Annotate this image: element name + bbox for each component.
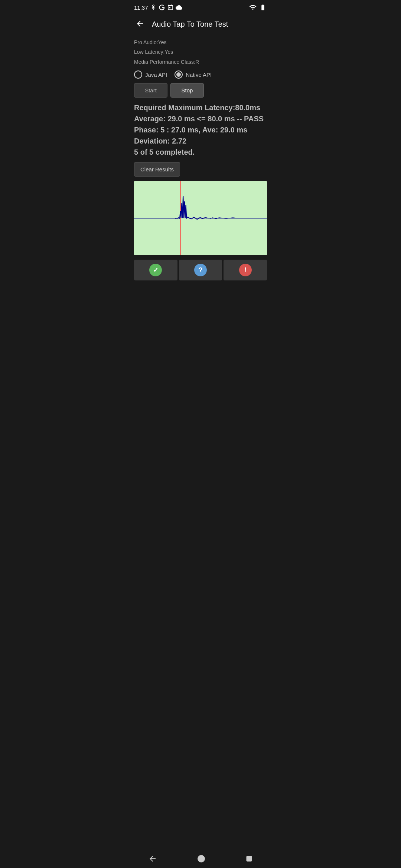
java-api-radio[interactable]: Java API [134, 70, 167, 79]
low-latency-info: Low Latency:Yes [134, 48, 267, 56]
java-api-radio-circle [134, 70, 142, 79]
result-line-4: Deviation: 2.72 [134, 135, 267, 147]
results-block: Required Maximum Latency:80.0ms Average:… [134, 102, 267, 158]
api-selector: Java API Native API [134, 70, 267, 79]
stop-button[interactable]: Stop [170, 83, 204, 98]
action-buttons: ✓ ? ! [134, 260, 267, 280]
page-title: Audio Tap To Tone Test [152, 20, 228, 29]
battery-icon [259, 4, 267, 11]
media-performance-info: Media Performance Class:R [134, 58, 267, 66]
fail-button[interactable]: ! [224, 260, 267, 280]
status-time: 11:37 [134, 4, 148, 11]
unknown-button[interactable]: ? [179, 260, 222, 280]
status-left-icons: 11:37 [134, 4, 182, 11]
java-api-label: Java API [145, 72, 167, 78]
native-api-radio-circle [175, 70, 183, 79]
result-line-1: Required Maximum Latency:80.0ms [134, 102, 267, 113]
pro-audio-info: Pro Audio:Yes [134, 38, 267, 46]
toolbar: Audio Tap To Tone Test [128, 13, 273, 35]
waveform-display [134, 181, 267, 255]
clear-results-button[interactable]: Clear Results [134, 162, 180, 177]
wifi-icon [249, 4, 257, 11]
result-line-5: 5 of 5 completed. [134, 147, 267, 158]
native-api-label: Native API [186, 72, 212, 78]
status-right-icons [249, 4, 267, 11]
waveform-svg [134, 181, 267, 255]
start-button[interactable]: Start [134, 83, 167, 98]
control-buttons: Start Stop [134, 83, 267, 98]
native-api-radio[interactable]: Native API [175, 70, 212, 79]
fan-icon [150, 4, 157, 11]
result-line-3: Phase: 5 : 27.0 ms, Ave: 29.0 ms [134, 124, 267, 135]
pass-button[interactable]: ✓ [134, 260, 177, 280]
back-button[interactable] [134, 18, 146, 31]
content-area: Pro Audio:Yes Low Latency:Yes Media Perf… [128, 35, 273, 286]
status-bar: 11:37 [128, 0, 273, 13]
question-icon: ? [194, 264, 207, 276]
exclamation-icon: ! [239, 264, 252, 276]
cloud-icon [176, 4, 182, 11]
google-icon [159, 4, 165, 11]
check-icon: ✓ [149, 264, 162, 276]
result-line-2: Average: 29.0 ms <= 80.0 ms -- PASS [134, 113, 267, 124]
calendar-icon [167, 4, 174, 11]
